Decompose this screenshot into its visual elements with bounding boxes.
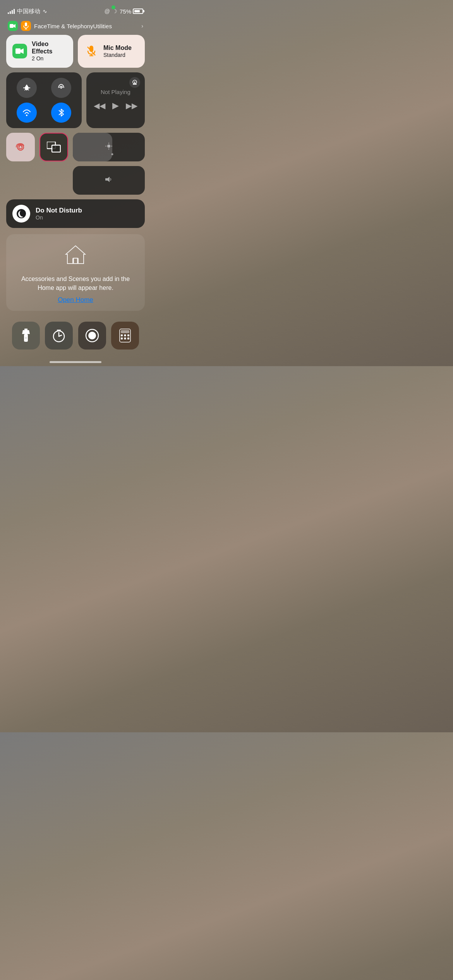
svg-rect-44 <box>127 334 129 336</box>
video-effects-card[interactable]: Video Effects 2 On <box>6 35 73 68</box>
svg-rect-20 <box>52 145 60 152</box>
dnd-card[interactable]: Do Not Disturb On <box>6 199 145 228</box>
svg-point-33 <box>25 337 27 339</box>
svg-rect-41 <box>121 330 129 333</box>
signal-bar-4 <box>14 9 15 14</box>
media-forward-button[interactable]: ▶▶ <box>126 101 137 110</box>
status-left: 中国移动 ∿ <box>8 8 47 15</box>
svg-rect-2 <box>25 22 27 26</box>
svg-marker-31 <box>22 330 30 334</box>
status-right: @ ☽ 75% <box>105 8 143 15</box>
mic-mode-icon <box>84 44 99 58</box>
open-home-link[interactable]: Open Home <box>58 296 93 304</box>
volume-slider[interactable] <box>73 166 145 195</box>
at-icon: @ <box>105 8 110 14</box>
connectivity-grid <box>6 72 82 128</box>
svg-rect-0 <box>10 24 14 28</box>
cellular-button[interactable] <box>51 78 71 98</box>
wifi-status-icon: ∿ <box>43 8 47 14</box>
svg-rect-30 <box>24 329 27 330</box>
dnd-row: Do Not Disturb On <box>6 199 145 228</box>
dnd-text: Do Not Disturb On <box>36 207 82 221</box>
mic-mode-title: Mic Mode <box>103 44 132 51</box>
brightness-icon <box>105 142 113 152</box>
media-controls: ◀◀ ▶ ▶▶ <box>92 101 139 111</box>
carrier-label: 中国移动 <box>17 8 40 15</box>
media-not-playing-label: Not Playing <box>92 89 139 95</box>
active-apps-chevron: › <box>141 23 143 29</box>
calculator-button[interactable] <box>111 322 139 350</box>
facetime-icon <box>8 21 18 31</box>
battery-area: 75% <box>120 8 143 15</box>
timer-button[interactable] <box>45 322 73 350</box>
dnd-title: Do Not Disturb <box>36 207 82 214</box>
home-indicator <box>0 361 151 366</box>
svg-marker-6 <box>21 48 24 54</box>
screen-mirror-button[interactable] <box>39 133 68 161</box>
battery-percentage: 75% <box>120 8 131 15</box>
screen-rotation-button[interactable] <box>6 133 35 161</box>
bluetooth-button[interactable] <box>51 103 71 123</box>
dnd-icon <box>12 205 30 223</box>
mic-mode-subtitle: Standard <box>103 51 132 58</box>
moon-icon: ☽ <box>112 8 117 14</box>
battery-fill <box>134 10 140 12</box>
svg-marker-1 <box>14 24 15 28</box>
airplane-mode-button[interactable] <box>17 78 37 98</box>
main-row: Not Playing ◀◀ ▶ ▶▶ <box>6 72 145 128</box>
home-description: Accessories and Scenes you add in the Ho… <box>14 274 137 292</box>
brightness-slider[interactable] <box>73 133 145 161</box>
signal-bars <box>8 9 15 14</box>
home-indicator-bar <box>50 361 101 363</box>
wifi-button[interactable] <box>17 103 37 123</box>
home-app-icon <box>65 245 86 269</box>
active-apps-bar[interactable]: FaceTime & TelephonyUtilities › <box>0 19 151 35</box>
mic-icon <box>21 21 31 31</box>
video-effects-subtitle: 2 On <box>32 55 67 62</box>
video-effects-icon <box>12 44 27 58</box>
svg-rect-47 <box>127 338 129 339</box>
dnd-status: On <box>36 214 82 221</box>
signal-bar-1 <box>8 12 9 14</box>
svg-marker-28 <box>66 246 85 264</box>
video-effects-title: Video Effects <box>32 40 67 55</box>
screen-record-button[interactable] <box>78 322 106 350</box>
svg-point-12 <box>26 115 27 116</box>
volume-icon <box>105 176 113 185</box>
mic-mode-text: Mic Mode Standard <box>103 44 132 58</box>
bottom-dock <box>0 317 151 361</box>
signal-bar-3 <box>12 10 13 14</box>
media-player[interactable]: Not Playing ◀◀ ▶ ▶▶ <box>86 72 145 128</box>
home-section: Accessories and Scenes you add in the Ho… <box>6 234 145 311</box>
video-effects-text: Video Effects 2 On <box>32 40 67 62</box>
status-bar: 中国移动 ∿ @ ☽ 75% <box>0 0 151 19</box>
media-rewind-button[interactable]: ◀◀ <box>94 101 105 110</box>
battery-icon <box>133 9 143 14</box>
flashlight-button[interactable] <box>12 322 40 350</box>
media-play-button[interactable]: ▶ <box>112 101 119 111</box>
svg-rect-43 <box>124 334 126 336</box>
mic-mode-card[interactable]: Mic Mode Standard <box>78 35 145 68</box>
svg-rect-45 <box>121 338 123 339</box>
top-row: Video Effects 2 On Mic Mode Standard <box>6 35 145 68</box>
svg-rect-46 <box>124 338 126 339</box>
svg-rect-5 <box>15 48 21 54</box>
sliders-col <box>73 133 145 195</box>
svg-rect-42 <box>121 334 123 336</box>
svg-point-21 <box>107 144 110 147</box>
signal-bar-2 <box>10 11 11 14</box>
bottom-row1 <box>6 133 145 195</box>
svg-marker-26 <box>105 176 110 182</box>
control-center: Video Effects 2 On Mic Mode Standard <box>0 35 151 228</box>
airplay-button[interactable] <box>129 77 140 88</box>
svg-point-11 <box>60 87 62 89</box>
svg-point-39 <box>88 332 96 339</box>
active-app-label: FaceTime & TelephonyUtilities <box>34 23 138 29</box>
